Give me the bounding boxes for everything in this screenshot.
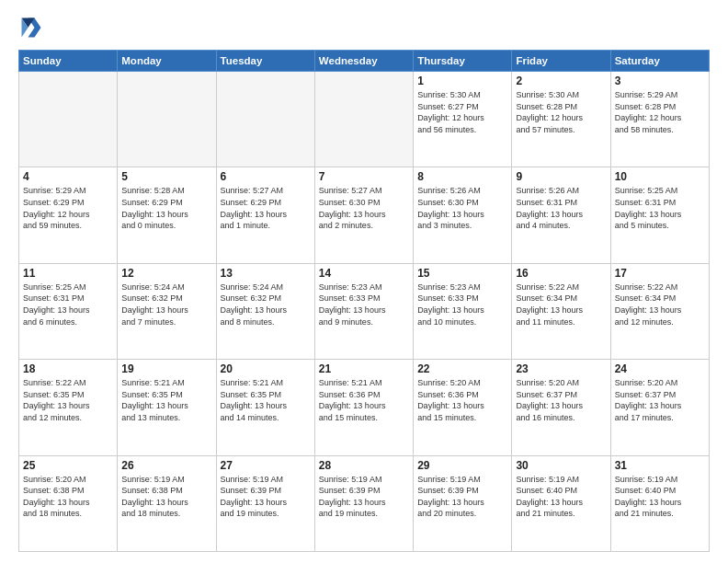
cell-content: Sunrise: 5:26 AM Sunset: 6:31 PM Dayligh… xyxy=(516,185,606,231)
calendar-cell: 30Sunrise: 5:19 AM Sunset: 6:40 PM Dayli… xyxy=(512,455,610,551)
day-number: 27 xyxy=(221,459,311,472)
calendar-cell: 20Sunrise: 5:21 AM Sunset: 6:35 PM Dayli… xyxy=(216,360,314,455)
day-number: 9 xyxy=(516,170,606,183)
cell-content: Sunrise: 5:21 AM Sunset: 6:36 PM Dayligh… xyxy=(319,377,409,423)
weekday-header-monday: Monday xyxy=(118,51,216,72)
day-number: 2 xyxy=(516,75,606,87)
header xyxy=(18,15,710,40)
day-number: 3 xyxy=(615,75,705,87)
day-number: 23 xyxy=(516,362,606,375)
cell-content: Sunrise: 5:22 AM Sunset: 6:35 PM Dayligh… xyxy=(23,377,113,423)
calendar-cell: 6Sunrise: 5:27 AM Sunset: 6:29 PM Daylig… xyxy=(216,167,314,263)
calendar-cell: 4Sunrise: 5:29 AM Sunset: 6:29 PM Daylig… xyxy=(19,167,118,263)
cell-content: Sunrise: 5:19 AM Sunset: 6:40 PM Dayligh… xyxy=(516,474,606,520)
day-number: 24 xyxy=(615,362,705,375)
calendar-table: SundayMondayTuesdayWednesdayThursdayFrid… xyxy=(18,50,710,552)
day-number: 20 xyxy=(221,362,311,375)
weekday-header-sunday: Sunday xyxy=(19,51,118,72)
calendar-cell: 31Sunrise: 5:19 AM Sunset: 6:40 PM Dayli… xyxy=(610,455,709,551)
cell-content: Sunrise: 5:19 AM Sunset: 6:39 PM Dayligh… xyxy=(417,474,507,520)
calendar-cell: 29Sunrise: 5:19 AM Sunset: 6:39 PM Dayli… xyxy=(414,455,512,551)
day-number: 22 xyxy=(417,362,507,375)
calendar-cell: 12Sunrise: 5:24 AM Sunset: 6:32 PM Dayli… xyxy=(118,263,216,359)
calendar-cell: 11Sunrise: 5:25 AM Sunset: 6:31 PM Dayli… xyxy=(19,263,118,359)
cell-content: Sunrise: 5:22 AM Sunset: 6:34 PM Dayligh… xyxy=(516,282,606,327)
day-number: 12 xyxy=(121,267,211,280)
weekday-header-wednesday: Wednesday xyxy=(314,51,413,72)
day-number: 21 xyxy=(319,362,409,375)
calendar-cell: 23Sunrise: 5:20 AM Sunset: 6:37 PM Dayli… xyxy=(512,360,610,455)
logo-icon xyxy=(18,15,44,40)
cell-content: Sunrise: 5:21 AM Sunset: 6:35 PM Dayligh… xyxy=(221,377,311,423)
calendar-cell xyxy=(216,72,314,167)
calendar-cell: 25Sunrise: 5:20 AM Sunset: 6:38 PM Dayli… xyxy=(19,455,118,551)
day-number: 29 xyxy=(417,459,507,472)
calendar-cell: 22Sunrise: 5:20 AM Sunset: 6:36 PM Dayli… xyxy=(414,360,512,455)
cell-content: Sunrise: 5:26 AM Sunset: 6:30 PM Dayligh… xyxy=(417,185,507,231)
day-number: 11 xyxy=(23,267,113,280)
cell-content: Sunrise: 5:19 AM Sunset: 6:38 PM Dayligh… xyxy=(121,474,211,520)
calendar-cell: 16Sunrise: 5:22 AM Sunset: 6:34 PM Dayli… xyxy=(512,263,610,359)
calendar-cell: 28Sunrise: 5:19 AM Sunset: 6:39 PM Dayli… xyxy=(314,455,413,551)
cell-content: Sunrise: 5:29 AM Sunset: 6:29 PM Dayligh… xyxy=(23,185,113,231)
day-number: 5 xyxy=(121,170,211,183)
day-number: 15 xyxy=(417,267,507,280)
cell-content: Sunrise: 5:20 AM Sunset: 6:37 PM Dayligh… xyxy=(516,377,606,423)
cell-content: Sunrise: 5:22 AM Sunset: 6:34 PM Dayligh… xyxy=(615,282,705,327)
day-number: 7 xyxy=(319,170,409,183)
cell-content: Sunrise: 5:24 AM Sunset: 6:32 PM Dayligh… xyxy=(221,282,311,327)
day-number: 26 xyxy=(121,459,211,472)
calendar-cell: 1Sunrise: 5:30 AM Sunset: 6:27 PM Daylig… xyxy=(414,72,512,167)
calendar-cell: 2Sunrise: 5:30 AM Sunset: 6:28 PM Daylig… xyxy=(512,72,610,167)
calendar-cell xyxy=(118,72,216,167)
day-number: 31 xyxy=(615,459,705,472)
day-number: 6 xyxy=(221,170,311,183)
cell-content: Sunrise: 5:30 AM Sunset: 6:27 PM Dayligh… xyxy=(417,89,507,135)
calendar-week-4: 18Sunrise: 5:22 AM Sunset: 6:35 PM Dayli… xyxy=(19,360,710,455)
logo xyxy=(18,15,48,40)
weekday-header-friday: Friday xyxy=(512,51,610,72)
cell-content: Sunrise: 5:21 AM Sunset: 6:35 PM Dayligh… xyxy=(121,377,211,423)
calendar-cell: 3Sunrise: 5:29 AM Sunset: 6:28 PM Daylig… xyxy=(610,72,709,167)
day-number: 14 xyxy=(319,267,409,280)
cell-content: Sunrise: 5:20 AM Sunset: 6:36 PM Dayligh… xyxy=(417,377,507,423)
calendar-cell: 21Sunrise: 5:21 AM Sunset: 6:36 PM Dayli… xyxy=(314,360,413,455)
cell-content: Sunrise: 5:29 AM Sunset: 6:28 PM Dayligh… xyxy=(615,89,705,135)
cell-content: Sunrise: 5:27 AM Sunset: 6:30 PM Dayligh… xyxy=(319,185,409,231)
cell-content: Sunrise: 5:20 AM Sunset: 6:37 PM Dayligh… xyxy=(615,377,705,423)
weekday-header-row: SundayMondayTuesdayWednesdayThursdayFrid… xyxy=(19,51,710,72)
weekday-header-saturday: Saturday xyxy=(610,51,709,72)
cell-content: Sunrise: 5:25 AM Sunset: 6:31 PM Dayligh… xyxy=(615,185,705,231)
day-number: 19 xyxy=(121,362,211,375)
weekday-header-tuesday: Tuesday xyxy=(216,51,314,72)
day-number: 30 xyxy=(516,459,606,472)
day-number: 18 xyxy=(23,362,113,375)
cell-content: Sunrise: 5:24 AM Sunset: 6:32 PM Dayligh… xyxy=(121,282,211,327)
cell-content: Sunrise: 5:30 AM Sunset: 6:28 PM Dayligh… xyxy=(516,89,606,135)
day-number: 1 xyxy=(417,75,507,87)
day-number: 25 xyxy=(23,459,113,472)
cell-content: Sunrise: 5:20 AM Sunset: 6:38 PM Dayligh… xyxy=(23,474,113,520)
cell-content: Sunrise: 5:19 AM Sunset: 6:40 PM Dayligh… xyxy=(615,474,705,520)
calendar-cell: 13Sunrise: 5:24 AM Sunset: 6:32 PM Dayli… xyxy=(216,263,314,359)
calendar-cell: 19Sunrise: 5:21 AM Sunset: 6:35 PM Dayli… xyxy=(118,360,216,455)
calendar-week-1: 1Sunrise: 5:30 AM Sunset: 6:27 PM Daylig… xyxy=(19,72,710,167)
day-number: 8 xyxy=(417,170,507,183)
calendar-week-3: 11Sunrise: 5:25 AM Sunset: 6:31 PM Dayli… xyxy=(19,263,710,359)
calendar-cell: 15Sunrise: 5:23 AM Sunset: 6:33 PM Dayli… xyxy=(414,263,512,359)
day-number: 13 xyxy=(221,267,311,280)
calendar-cell: 14Sunrise: 5:23 AM Sunset: 6:33 PM Dayli… xyxy=(314,263,413,359)
day-number: 10 xyxy=(615,170,705,183)
calendar-cell: 26Sunrise: 5:19 AM Sunset: 6:38 PM Dayli… xyxy=(118,455,216,551)
cell-content: Sunrise: 5:27 AM Sunset: 6:29 PM Dayligh… xyxy=(221,185,311,231)
day-number: 16 xyxy=(516,267,606,280)
day-number: 28 xyxy=(319,459,409,472)
calendar-cell: 17Sunrise: 5:22 AM Sunset: 6:34 PM Dayli… xyxy=(610,263,709,359)
calendar-cell: 8Sunrise: 5:26 AM Sunset: 6:30 PM Daylig… xyxy=(414,167,512,263)
calendar-cell xyxy=(314,72,413,167)
cell-content: Sunrise: 5:23 AM Sunset: 6:33 PM Dayligh… xyxy=(417,282,507,327)
calendar-cell: 18Sunrise: 5:22 AM Sunset: 6:35 PM Dayli… xyxy=(19,360,118,455)
calendar-week-5: 25Sunrise: 5:20 AM Sunset: 6:38 PM Dayli… xyxy=(19,455,710,551)
cell-content: Sunrise: 5:23 AM Sunset: 6:33 PM Dayligh… xyxy=(319,282,409,327)
page: SundayMondayTuesdayWednesdayThursdayFrid… xyxy=(0,0,728,563)
